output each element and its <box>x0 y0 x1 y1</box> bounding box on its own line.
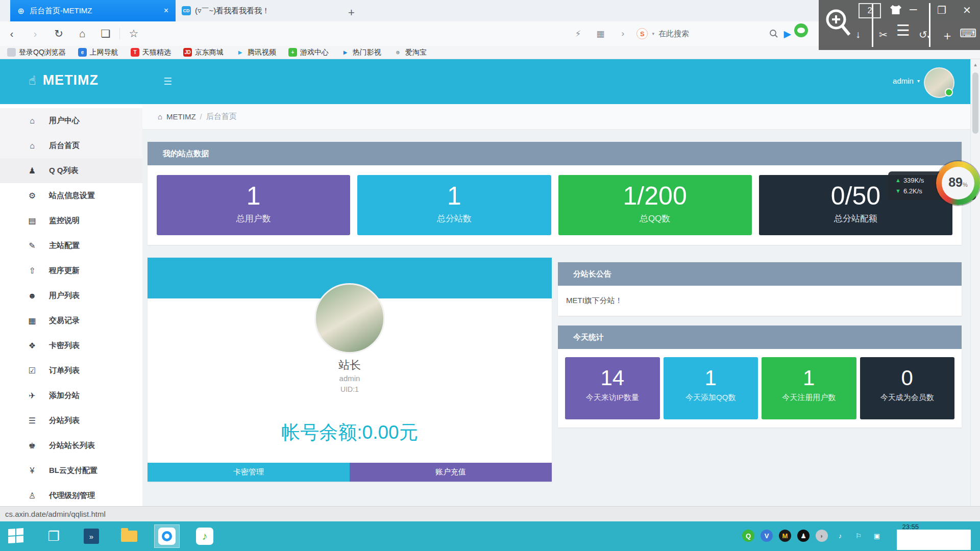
percent-value: 89 <box>948 176 963 189</box>
search-icon[interactable] <box>769 29 778 38</box>
sidebar-item[interactable]: ⌂ 用户中心 <box>0 108 142 133</box>
stat-label: 今天注册用户数 <box>762 393 856 403</box>
magnifier-plus-icon[interactable] <box>824 7 853 39</box>
chevron-right-icon[interactable]: › <box>614 29 631 39</box>
card-manage-button[interactable]: 卡密管理 <box>148 463 350 482</box>
new-tab-button[interactable]: + <box>341 4 362 21</box>
sidebar-item[interactable]: ¥ BL云支付配置 <box>0 458 142 483</box>
bookmark-item[interactable]: ⊕ 爱淘宝 <box>394 48 427 57</box>
undo-icon[interactable]: ↺▾ <box>919 29 929 41</box>
back-icon[interactable]: ‹ <box>0 28 23 40</box>
taskbar-console[interactable]: » <box>79 524 104 548</box>
wechat-icon[interactable] <box>794 23 808 37</box>
sidebar-item[interactable]: ✈ 添加分站 <box>0 383 142 408</box>
sidebar-item[interactable]: ❖ 卡密列表 <box>0 333 142 358</box>
play-extension-icon[interactable]: ▶ <box>783 28 791 40</box>
download-icon[interactable]: ↓ <box>855 29 861 40</box>
chevron-down-icon[interactable]: ▾ <box>652 31 654 36</box>
close-tab-icon[interactable]: × <box>163 6 169 15</box>
lightning-icon[interactable]: ⚡ <box>569 29 586 39</box>
status-bar: cs.axin.date/admin/qqlist.html <box>0 506 980 521</box>
sidebar-item[interactable]: ♟ Q Q列表 <box>0 158 142 183</box>
scroll-up-arrow[interactable]: ▲ <box>971 59 980 67</box>
plus-icon[interactable]: ＋ <box>941 28 953 44</box>
close-icon[interactable]: ✕ <box>963 4 971 16</box>
minimize-icon[interactable]: – <box>910 1 917 17</box>
sidebar-toggle-icon[interactable]: ☰ <box>163 76 172 87</box>
home-icon[interactable]: ⌂ <box>158 112 162 121</box>
menu-icon[interactable]: ☰ <box>896 21 910 39</box>
user-menu[interactable]: admin ▾ <box>893 77 920 85</box>
stat-label: 总用户数 <box>157 213 350 224</box>
favorite-star-icon[interactable]: ☆ <box>122 28 145 40</box>
start-button[interactable] <box>8 528 24 544</box>
tray-bird-icon[interactable]: ◗ <box>816 530 828 542</box>
refresh-icon[interactable]: ↻ <box>47 28 70 40</box>
tray-network-icon[interactable]: ▣ <box>871 530 883 542</box>
search-engine-icon[interactable]: S <box>636 28 648 39</box>
restore-icon[interactable]: ❐ <box>937 4 946 16</box>
stat-value: 14 <box>565 363 660 393</box>
sidebar-item[interactable]: ☰ 分站列表 <box>0 408 142 433</box>
tray-green-q-icon[interactable]: Q <box>742 530 754 542</box>
sidebar-item[interactable]: ⚙ 站点信息设置 <box>0 183 142 208</box>
upload-speed: 339K/s <box>903 175 924 186</box>
tray-volume-muted-icon[interactable]: ♪ <box>834 530 846 542</box>
recharge-button[interactable]: 账户充值 <box>350 463 552 482</box>
stat-card: 1 今天添加QQ数 <box>664 357 758 419</box>
announcement-title: 分站长公告 <box>558 262 962 286</box>
profile-avatar[interactable] <box>314 283 385 354</box>
bookmark-item[interactable]: T 天猫精选 <box>131 48 171 57</box>
online-status-dot <box>945 88 953 96</box>
sidebar-item[interactable]: ✎ 主站配置 <box>0 233 142 258</box>
taskbar-music[interactable]: ♪ <box>192 524 217 548</box>
sidebar-item[interactable]: ♚ 分站站长列表 <box>0 433 142 458</box>
reading-mode-icon[interactable]: ❏ <box>94 28 117 40</box>
keyboard-icon[interactable]: ⌨ <box>960 27 976 40</box>
sidebar-item[interactable]: ☻ 用户列表 <box>0 283 142 308</box>
tray-shield-icon[interactable]: V <box>761 530 773 542</box>
tab-second[interactable]: CD (▿￣~)看我看我看我！ <box>176 0 341 21</box>
bookmark-item[interactable]: ▶ 热门影视 <box>341 48 381 57</box>
home-icon[interactable]: ⌂ <box>70 28 94 40</box>
tab-admin-home[interactable]: ⊕ 后台首页-METIMZ × <box>10 0 176 21</box>
scrollbar[interactable]: ▲ <box>970 59 980 506</box>
sidebar-item[interactable]: ▤ 监控说明 <box>0 208 142 233</box>
agent-person-icon: ♙ <box>27 491 38 500</box>
sidebar-item[interactable]: ☑ 订单列表 <box>0 358 142 383</box>
bookmark-item[interactable]: 登录QQ浏览器 <box>7 48 66 57</box>
taskbar-folder[interactable] <box>116 524 142 548</box>
bookmark-item[interactable]: + 游戏中心 <box>288 48 329 57</box>
bookmark-item[interactable]: ▶ 腾讯视频 <box>236 48 276 57</box>
forward-icon[interactable]: › <box>23 28 47 40</box>
taskbar-file-explorer[interactable]: ❐ <box>41 524 66 548</box>
bookmark-item[interactable]: e 上网导航 <box>78 48 118 57</box>
scrollbar-thumb[interactable] <box>972 72 978 134</box>
site-data-panel: 我的站点数据 1 总用户数 1 总分站数 1/200 总QQ数 <box>148 142 962 245</box>
tab-title: (▿￣~)看我看我看我！ <box>195 6 335 16</box>
breadcrumb-separator: / <box>200 112 202 121</box>
stat-label: 今天添加QQ数 <box>664 393 758 403</box>
breadcrumb-site[interactable]: METIMZ <box>166 112 196 121</box>
bookmark-item[interactable]: JD 京东商城 <box>183 48 224 57</box>
sidebar-item[interactable]: ♙ 代理级别管理 <box>0 483 142 508</box>
profile-username: admin <box>148 374 552 383</box>
qq-browser-icon <box>158 528 176 545</box>
brand-logo[interactable]: ☝ METIMZ <box>29 72 99 88</box>
sidebar-item[interactable]: ⇧ 程序更新 <box>0 258 142 283</box>
tray-qq-penguin-icon[interactable]: ♟ <box>797 530 810 542</box>
sidebar-item[interactable]: ⌂ 后台首页 <box>0 133 142 158</box>
user-icon: ☻ <box>27 291 38 300</box>
search-placeholder: 在此搜索 <box>658 29 689 39</box>
qr-code-icon[interactable]: ▦ <box>592 29 609 39</box>
scissors-icon[interactable]: ✂ <box>879 29 888 41</box>
screen: ⊕ 后台首页-METIMZ × CD (▿￣~)看我看我看我！ + ‹ › ↻ … <box>0 0 980 551</box>
taskbar-qq-browser[interactable] <box>154 524 180 548</box>
tray-flag-icon[interactable]: ⚐ <box>852 530 865 542</box>
hot-movies-favicon: ▶ <box>341 48 350 57</box>
skin-shirt-icon[interactable] <box>890 5 901 14</box>
sidebar-item[interactable]: ▦ 交易记录 <box>0 308 142 333</box>
search-input[interactable]: S ▾ 在此搜索 <box>636 28 764 39</box>
tray-m-icon[interactable]: M <box>779 530 791 542</box>
avatar[interactable] <box>924 67 954 98</box>
